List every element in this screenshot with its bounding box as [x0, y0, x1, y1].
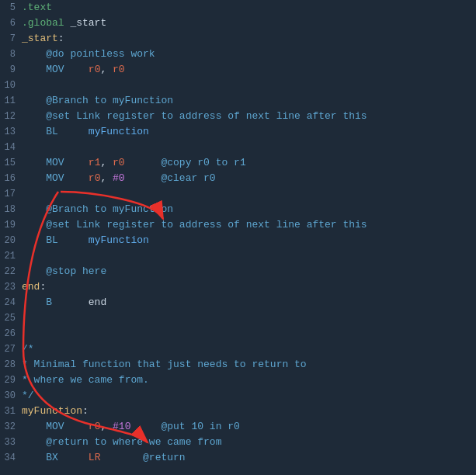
- code-token: @Branch to myFunction: [22, 95, 173, 106]
- code-token: #10: [113, 421, 130, 432]
- line-number: 9: [0, 63, 22, 78]
- line-content: [22, 78, 28, 92]
- line-number: 28: [0, 358, 22, 373]
- code-token: #0: [113, 172, 125, 184]
- line-number: 18: [0, 203, 22, 217]
- line-number: 5: [0, 1, 22, 16]
- line-content: /*: [22, 342, 34, 356]
- line-number: 23: [0, 280, 22, 295]
- line-content: */: [22, 388, 34, 403]
- table-row: 16 MOV r0, #0 @clear r0: [0, 171, 476, 186]
- code-token: [64, 64, 89, 75]
- code-token: [64, 172, 89, 184]
- code-token: MOV: [22, 64, 64, 75]
- code-token: @stop here: [22, 265, 106, 277]
- table-row: 9 MOV r0, r0: [0, 62, 476, 78]
- line-content: MOV r0, r0: [22, 62, 125, 77]
- line-number: 32: [0, 420, 22, 435]
- code-editor: 5.text6.global _start7_start:8 @do point…: [0, 0, 476, 475]
- code-token: :: [82, 405, 89, 417]
- code-token: myFunction: [89, 234, 149, 246]
- table-row: 30*/: [0, 388, 476, 404]
- code-token: @clear r0: [125, 172, 216, 184]
- line-number: 21: [0, 249, 22, 264]
- code-lines: 5.text6.global _start7_start:8 @do point…: [0, 0, 476, 466]
- table-row: 33 @return to where we came from: [0, 435, 476, 450]
- table-row: 18 @Branch to myFunction: [0, 202, 476, 217]
- line-number: 14: [0, 140, 22, 155]
- line-number: 20: [0, 234, 22, 248]
- table-row: 26: [0, 326, 476, 342]
- line-content: BL myFunction: [22, 124, 149, 139]
- code-token: ,: [100, 172, 113, 184]
- code-token: BL: [22, 234, 58, 246]
- code-token: @set Link register to address of next li…: [22, 110, 367, 122]
- code-token: r0: [89, 64, 101, 75]
- code-token: @do pointless work: [22, 48, 155, 60]
- line-number: 19: [0, 218, 22, 233]
- code-token: /*: [22, 343, 34, 355]
- code-token: r0: [113, 157, 125, 168]
- line-content: [22, 140, 28, 154]
- line-content: [22, 186, 28, 201]
- code-token: end: [22, 281, 40, 293]
- code-token: MOV: [22, 172, 64, 184]
- line-content: B end: [22, 295, 106, 310]
- line-content: * Minimal function that just needs to re…: [22, 357, 307, 372]
- code-token: myFunction: [22, 405, 82, 417]
- code-token: r0: [113, 64, 125, 75]
- line-number: 30: [0, 389, 22, 404]
- code-token: [64, 421, 89, 432]
- code-token: [58, 452, 89, 463]
- table-row: 34 BX LR @return: [0, 450, 476, 466]
- table-row: 10: [0, 78, 476, 93]
- code-token: _start: [22, 33, 58, 44]
- line-number: 25: [0, 311, 22, 326]
- code-token: @return: [100, 452, 185, 463]
- line-content: _start:: [22, 31, 64, 46]
- line-content: MOV r1, r0 @copy r0 to r1: [22, 155, 246, 170]
- line-number: 34: [0, 451, 22, 466]
- code-token: */: [22, 390, 34, 401]
- code-token: BX: [22, 452, 58, 463]
- table-row: 24 B end: [0, 295, 476, 310]
- table-row: 22 @stop here: [0, 264, 476, 279]
- code-token: * where we came: [22, 374, 119, 386]
- line-number: 6: [0, 16, 22, 31]
- code-token: * Minimal function that just needs to re…: [22, 359, 307, 370]
- line-content: @do pointless work: [22, 47, 155, 61]
- code-token: ,: [100, 157, 113, 168]
- code-token: @put 10 in r0: [130, 421, 239, 432]
- line-number: 31: [0, 404, 22, 419]
- line-number: 16: [0, 172, 22, 186]
- code-token: end: [52, 296, 106, 308]
- code-token: ,: [100, 64, 113, 75]
- line-content: @Branch to myFunction: [22, 202, 173, 217]
- table-row: 5.text: [0, 0, 476, 16]
- line-content: @set Link register to address of next li…: [22, 217, 367, 232]
- code-token: MOV: [22, 421, 64, 432]
- table-row: 27/*: [0, 342, 476, 357]
- table-row: 21: [0, 248, 476, 264]
- code-token: myFunction: [89, 126, 149, 137]
- line-number: 17: [0, 187, 22, 202]
- line-number: 24: [0, 296, 22, 310]
- table-row: 29* where we came from.: [0, 373, 476, 388]
- table-row: 32 MOV r0, #10 @put 10 in r0: [0, 419, 476, 435]
- code-token: LR: [89, 452, 101, 463]
- line-number: 11: [0, 94, 22, 109]
- line-number: 22: [0, 265, 22, 279]
- table-row: 20 BL myFunction: [0, 233, 476, 248]
- line-content: BL myFunction: [22, 233, 149, 248]
- table-row: 13 BL myFunction: [0, 124, 476, 140]
- code-token: @Branch to myFunction: [22, 203, 173, 215]
- code-token: r0: [89, 421, 101, 432]
- code-token: .text: [22, 2, 52, 13]
- line-content: end:: [22, 279, 46, 294]
- table-row: 31myFunction:: [0, 404, 476, 419]
- code-token: r0: [89, 172, 101, 184]
- line-number: 8: [0, 47, 22, 62]
- line-content: MOV r0, #10 @put 10 in r0: [22, 419, 240, 434]
- line-number: 33: [0, 435, 22, 450]
- code-token: :: [40, 281, 46, 293]
